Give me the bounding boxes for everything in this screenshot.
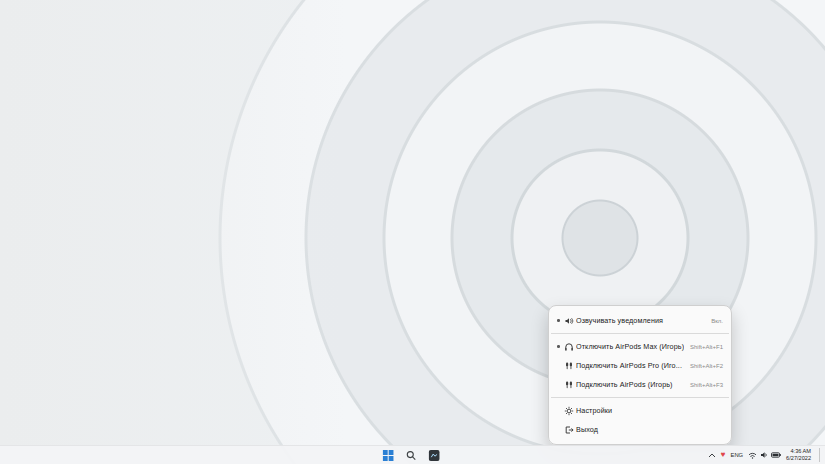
menu-item-label: Подключить AirPods (Игорь) — [576, 380, 684, 389]
voice-notifications-icon — [562, 316, 576, 326]
start-button[interactable] — [378, 448, 398, 463]
network-volume-battery-group[interactable] — [748, 451, 781, 459]
menu-item-label: Озвучивать уведомления — [576, 316, 705, 325]
tray-chevron-button[interactable] — [708, 453, 716, 458]
menu-item-shortcut: Shift+Alt+F3 — [690, 382, 723, 388]
windows-logo-icon — [383, 450, 394, 461]
menu-item-exit[interactable]: Выход — [549, 420, 731, 439]
earbuds-icon — [562, 361, 576, 371]
menu-item-connect-airpods[interactable]: Подключить AirPods (Игорь) Shift+Alt+F3 — [549, 375, 731, 394]
menu-separator — [551, 333, 729, 334]
language-indicator[interactable]: ENG — [731, 452, 744, 458]
desktop: Озвучивать уведомления Вкл. Отключить Ai… — [0, 0, 825, 464]
system-tray: ♥ ENG 4:36 AM 6/27/2022 — [708, 446, 822, 464]
menu-item-shortcut: Shift+Alt+F1 — [690, 344, 723, 350]
volume-icon — [760, 451, 768, 459]
menu-item-shortcut: Shift+Alt+F2 — [690, 363, 723, 369]
menu-item-label: Подключить AirPods Pro (Иго... — [576, 361, 684, 370]
battery-icon — [771, 452, 781, 458]
taskbar: ♥ ENG 4:36 AM 6/27/2022 — [0, 445, 825, 464]
clock-date: 6/27/2022 — [786, 455, 811, 462]
chevron-up-icon — [708, 453, 716, 458]
clock-time: 4:36 AM — [786, 448, 811, 455]
headphones-icon — [562, 342, 576, 352]
menu-item-label: Отключить AirPods Max (Игорь) — [576, 342, 684, 351]
gear-icon — [562, 406, 576, 416]
search-button[interactable] — [401, 448, 421, 463]
menu-separator — [551, 397, 729, 398]
menu-item-voice-notifications[interactable]: Озвучивать уведомления Вкл. — [549, 311, 731, 330]
active-dot — [555, 319, 562, 322]
app-button[interactable] — [424, 448, 444, 463]
show-desktop-button[interactable] — [819, 448, 822, 462]
menu-item-connect-airpods-pro[interactable]: Подключить AirPods Pro (Иго... Shift+Alt… — [549, 356, 731, 375]
menu-item-label: Настройки — [576, 406, 717, 415]
earbuds-icon — [562, 380, 576, 390]
menu-item-status: Вкл. — [711, 318, 723, 324]
tray-context-menu: Озвучивать уведомления Вкл. Отключить Ai… — [548, 305, 732, 445]
menu-item-settings[interactable]: Настройки — [549, 401, 731, 420]
app-icon — [429, 450, 440, 461]
menu-item-label: Выход — [576, 425, 717, 434]
menu-item-disconnect-airpods-max[interactable]: Отключить AirPods Max (Игорь) Shift+Alt+… — [549, 337, 731, 356]
search-icon — [406, 450, 417, 461]
clock[interactable]: 4:36 AM 6/27/2022 — [786, 448, 811, 462]
tray-heart-icon[interactable]: ♥ — [721, 451, 726, 459]
active-dot — [555, 345, 562, 348]
wifi-icon — [748, 452, 757, 459]
taskbar-center-icons — [378, 446, 444, 464]
exit-icon — [562, 425, 576, 435]
